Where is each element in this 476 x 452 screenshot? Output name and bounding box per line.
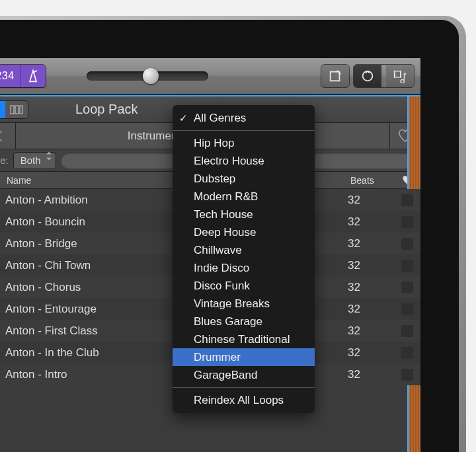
scale-label: Scale: — [0, 155, 9, 166]
media-icon — [393, 69, 407, 83]
metronome-icon — [26, 69, 40, 83]
horizontal-zoom-slider[interactable] — [87, 71, 208, 81]
menu-item[interactable]: Blues Garage — [173, 313, 315, 330]
loop-beats: 32 — [348, 259, 394, 272]
menu-item[interactable]: GarageBand — [173, 366, 315, 384]
notepad-icon — [328, 69, 342, 83]
menu-item[interactable]: Drummer — [173, 348, 315, 366]
svg-rect-4 — [394, 71, 395, 78]
menu-item[interactable]: Vintage Breaks — [173, 295, 315, 313]
loop-beats: 32 — [348, 281, 394, 294]
menu-item[interactable]: Deep House — [173, 223, 315, 241]
loop-icon — [360, 69, 375, 83]
reset-filters-button[interactable] — [0, 123, 16, 149]
loop-beats: 32 — [348, 237, 394, 250]
loop-favorite-toggle[interactable] — [394, 325, 420, 337]
column-view-icon — [10, 105, 23, 114]
loop-favorite-toggle[interactable] — [394, 369, 420, 381]
loop-favorite-toggle[interactable] — [394, 216, 420, 228]
svg-rect-14 — [20, 106, 22, 114]
scale-select[interactable]: Both — [14, 153, 56, 169]
menu-item[interactable]: All Genres — [173, 109, 315, 127]
menu-item[interactable]: Dubstep — [173, 170, 315, 188]
device-bezel: 1234 — [0, 20, 459, 452]
menu-item[interactable]: Disco Funk — [173, 277, 315, 295]
grid-view-icon — [0, 105, 1, 114]
svg-rect-3 — [395, 71, 401, 77]
toolbar-right-group — [321, 65, 414, 87]
menu-separator — [173, 387, 315, 388]
loop-favorite-toggle[interactable] — [394, 303, 420, 315]
metronome-button[interactable] — [20, 65, 46, 87]
menu-item[interactable]: Hip Hop — [173, 134, 315, 152]
menu-item[interactable]: Tech House — [173, 206, 315, 223]
menu-item[interactable]: Chinese Traditional — [173, 330, 315, 348]
loop-beats: 32 — [348, 215, 394, 229]
count-in-button[interactable]: 1234 — [0, 65, 20, 87]
loop-beats: 32 — [348, 368, 394, 381]
svg-rect-1 — [331, 72, 340, 81]
loop-pack-dropdown[interactable]: Loop Pack — [75, 102, 138, 117]
menu-item[interactable]: Electro House — [173, 152, 315, 170]
svg-point-2 — [363, 71, 373, 81]
loop-view-button-columns[interactable] — [5, 101, 28, 118]
col-beats[interactable]: Beats — [348, 175, 394, 186]
loop-browser-button[interactable] — [354, 65, 381, 87]
menu-item[interactable]: Chillwave — [173, 241, 315, 259]
loop-beats: 32 — [348, 324, 394, 338]
loop-favorite-toggle[interactable] — [394, 282, 420, 293]
menu-item[interactable]: Indie Disco — [173, 259, 315, 277]
loop-favorite-toggle[interactable] — [394, 347, 420, 359]
loop-favorite-toggle[interactable] — [394, 238, 420, 250]
menu-separator — [173, 130, 315, 131]
svg-rect-13 — [15, 106, 19, 114]
loop-view-toggle — [0, 101, 28, 118]
media-browser-button[interactable] — [386, 65, 414, 87]
loop-view-button-grid[interactable] — [0, 101, 5, 118]
slider-thumb[interactable] — [143, 68, 159, 84]
menu-item[interactable]: Modern R&B — [173, 188, 315, 206]
loop-pack-menu: All GenresHip HopElectro HouseDubstepMod… — [173, 105, 315, 413]
menu-item-reindex[interactable]: Reindex All Loops — [173, 391, 315, 409]
loop-beats: 32 — [348, 303, 394, 316]
app-window: 1234 — [0, 58, 420, 452]
svg-rect-12 — [11, 106, 14, 114]
count-in-group: 1234 — [0, 65, 46, 87]
loop-favorite-toggle[interactable] — [394, 260, 420, 272]
loop-beats: 32 — [348, 194, 394, 207]
loop-favorite-toggle[interactable] — [394, 194, 420, 206]
transport-toolbar: 1234 — [0, 58, 420, 94]
loop-browser-panel: Loop Pack Instrument Scale: Both N — [0, 95, 420, 452]
loop-beats: 32 — [348, 346, 394, 359]
notepad-button[interactable] — [321, 65, 349, 87]
svg-rect-5 — [400, 71, 401, 78]
